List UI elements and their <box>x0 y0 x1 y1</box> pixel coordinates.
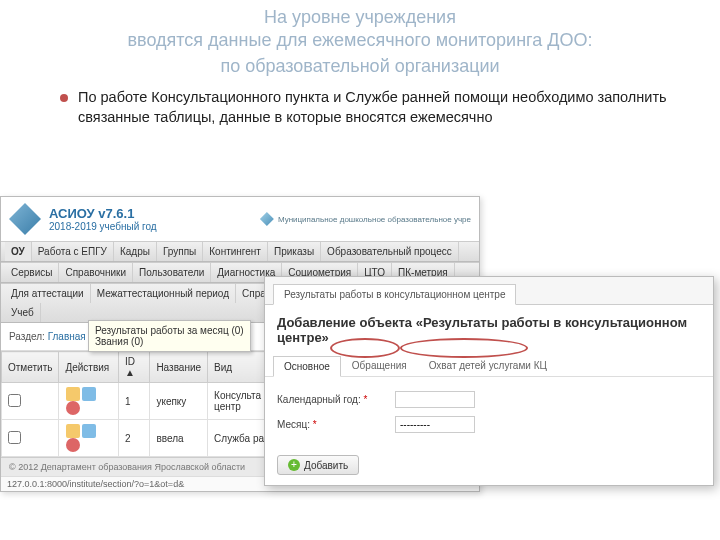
add-button[interactable]: + Добавить <box>277 455 359 475</box>
subtab-requests[interactable]: Обращения <box>341 355 418 376</box>
row-tooltip: Результаты работы за месяц (0) Звания (0… <box>88 320 251 352</box>
col-header[interactable]: Отметить <box>2 352 59 383</box>
menu-item[interactable]: Пользователи <box>133 263 211 282</box>
org-mini-icon <box>260 212 274 226</box>
input-month[interactable] <box>395 416 475 433</box>
row-check[interactable] <box>8 394 21 407</box>
plus-icon: + <box>288 459 300 471</box>
dialog-heading: Добавление объекта «Результаты работы в … <box>265 305 713 355</box>
menu-item[interactable]: Контингент <box>203 242 268 261</box>
view-icon[interactable] <box>82 424 96 438</box>
edit-icon[interactable] <box>66 424 80 438</box>
slide-title-2: вводятся данные для ежемесячного монитор… <box>128 30 593 50</box>
product-name: АСИОУ v7.6.1 <box>49 206 157 221</box>
menu-item[interactable]: ОУ <box>5 242 32 261</box>
menu-item[interactable]: Кадры <box>114 242 157 261</box>
menu-item[interactable]: Межаттестационный период <box>91 284 236 303</box>
dialog-add-object: Результаты работы в консультационном цен… <box>264 276 714 486</box>
menu-item[interactable]: Для аттестации <box>5 284 91 303</box>
view-icon[interactable] <box>82 387 96 401</box>
label-year: Календарный год: * <box>277 394 387 405</box>
menu-item[interactable]: Работа с ЕПГУ <box>32 242 114 261</box>
bullet-dot-icon <box>60 94 68 102</box>
tab-results[interactable]: Результаты работы в консультационном цен… <box>273 284 516 305</box>
logo-icon <box>9 203 41 235</box>
subtab-coverage[interactable]: Охват детей услугами КЦ <box>418 355 558 376</box>
menu-item[interactable]: Образовательный процесс <box>321 242 459 261</box>
input-year[interactable] <box>395 391 475 408</box>
org-label: Муниципальное дошкольное образовательное… <box>260 212 471 226</box>
slide-title-1: На уровне учреждения <box>264 7 456 27</box>
crumb-label: Раздел: <box>9 331 45 342</box>
label-month: Месяц: * <box>277 419 387 430</box>
delete-icon[interactable] <box>66 438 80 452</box>
col-header[interactable]: Название <box>150 352 208 383</box>
delete-icon[interactable] <box>66 401 80 415</box>
bullet-text: По работе Консультационного пункта и Слу… <box>78 88 680 127</box>
menu-item[interactable]: Группы <box>157 242 203 261</box>
slide-title-3: по образовательной организации <box>0 55 720 84</box>
menu-item[interactable]: Приказы <box>268 242 321 261</box>
subtab-main[interactable]: Основное <box>273 356 341 377</box>
col-header[interactable]: ID ▲ <box>119 352 150 383</box>
edit-icon[interactable] <box>66 387 80 401</box>
row-check[interactable] <box>8 431 21 444</box>
menu-item[interactable]: Справочники <box>59 263 133 282</box>
school-year: 2018-2019 учебный год <box>49 221 157 232</box>
menu-item[interactable]: Учеб <box>5 303 41 322</box>
menu-item[interactable]: Сервисы <box>5 263 59 282</box>
col-header[interactable]: Действия <box>59 352 119 383</box>
